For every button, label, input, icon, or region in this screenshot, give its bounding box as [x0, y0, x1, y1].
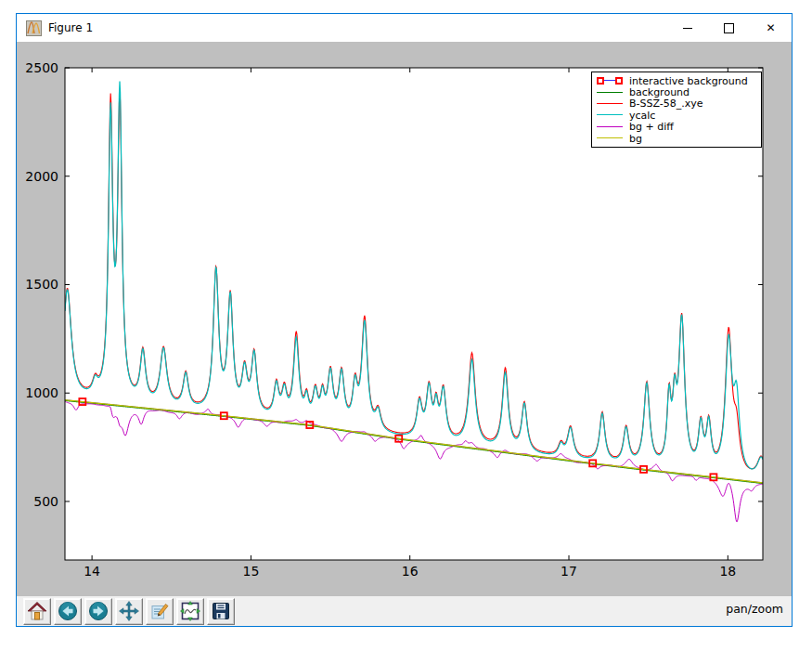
- legend-square-marker: [597, 77, 604, 85]
- legend-entry: interactive background: [597, 75, 756, 86]
- maximize-icon: [724, 23, 734, 33]
- maximize-button[interactable]: [708, 14, 750, 42]
- window-controls: ✕: [666, 14, 792, 42]
- window-title: Figure 1: [48, 21, 93, 34]
- navigation-toolbar: pan/zoom: [17, 596, 792, 626]
- subplots-icon: [180, 601, 200, 621]
- home-icon: [27, 601, 47, 621]
- desktop: { "window": { "title": "Figure 1", "cont…: [0, 0, 812, 651]
- legend-entry: background: [597, 86, 756, 98]
- figure-window: Figure 1 ✕ 14151617185001000150020002500…: [16, 13, 793, 627]
- y-tick-label: 1500: [25, 277, 58, 292]
- legend-entry: B-SSZ-58_.xye: [597, 98, 756, 110]
- x-tick-label: 17: [561, 564, 577, 579]
- y-tick-label: 500: [33, 494, 58, 509]
- forward-button[interactable]: [84, 598, 112, 625]
- legend-entry: bg + diff: [597, 122, 756, 133]
- title-bar[interactable]: Figure 1 ✕: [17, 14, 792, 42]
- pan-button[interactable]: [115, 598, 143, 625]
- toolbar-mode-status: pan/zoom: [726, 602, 783, 616]
- legend-line-sample: [597, 110, 623, 121]
- save-button[interactable]: [207, 598, 235, 625]
- x-tick-label: 14: [84, 564, 100, 579]
- close-icon: ✕: [766, 22, 775, 33]
- y-tick-label: 2000: [25, 169, 58, 184]
- legend-label: background: [629, 86, 690, 98]
- legend-label: interactive background: [629, 75, 748, 87]
- zoom-rect-icon: [149, 601, 170, 621]
- legend-line-sample: [597, 122, 623, 133]
- legend-line-sample: [597, 133, 623, 144]
- y-tick-label: 2500: [25, 60, 58, 75]
- legend-line-sample: [597, 87, 623, 98]
- legend: interactive backgroundbackgroundB-SSZ-58…: [591, 72, 762, 148]
- configure-subplots-button[interactable]: [176, 598, 204, 625]
- zoom-button[interactable]: [146, 598, 174, 625]
- legend-label: B-SSZ-58_.xye: [629, 98, 703, 110]
- legend-label: bg: [629, 133, 642, 145]
- home-button[interactable]: [23, 598, 51, 625]
- legend-entry: bg: [597, 133, 756, 144]
- forward-icon: [88, 601, 109, 621]
- figure-canvas[interactable]: 14151617185001000150020002500 interactiv…: [17, 42, 792, 596]
- legend-line-sample: [597, 98, 623, 110]
- legend-label: bg + diff: [629, 121, 674, 133]
- back-button[interactable]: [54, 598, 82, 625]
- x-tick-label: 15: [243, 564, 260, 579]
- y-tick-label: 1000: [25, 385, 58, 400]
- pan-icon: [119, 601, 139, 621]
- minimize-button[interactable]: [666, 14, 708, 42]
- save-icon: [211, 601, 231, 621]
- minimize-icon: [683, 28, 692, 29]
- matplotlib-icon: [26, 20, 42, 36]
- back-icon: [58, 601, 78, 621]
- x-tick-label: 16: [402, 564, 419, 579]
- legend-square-marker: [615, 77, 623, 85]
- legend-line-sample: [597, 75, 623, 86]
- x-tick-label: 18: [719, 564, 736, 579]
- close-button[interactable]: ✕: [750, 14, 792, 42]
- legend-entry: ycalc: [597, 110, 756, 121]
- legend-label: ycalc: [629, 110, 655, 122]
